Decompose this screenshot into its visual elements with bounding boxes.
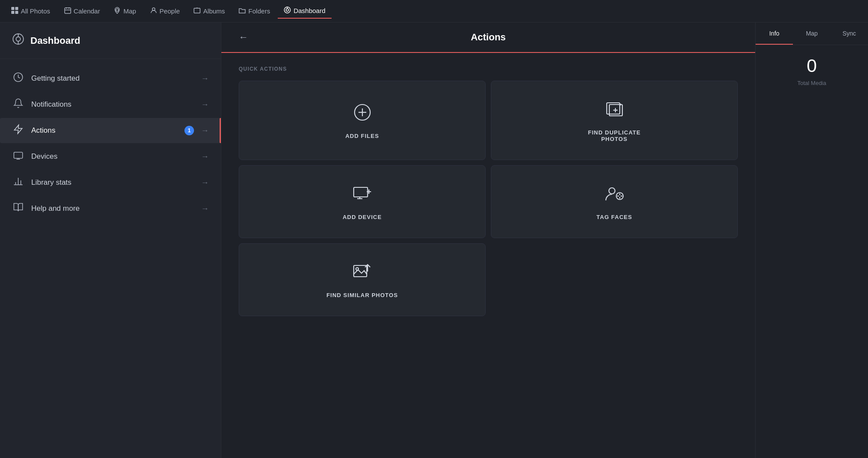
content-title: Actions xyxy=(257,32,720,43)
content-area: ← Actions QUICK ACTIONS ADD FILES xyxy=(221,23,755,458)
sidebar-library-stats-label: Library stats xyxy=(31,178,194,187)
svg-point-15 xyxy=(16,37,20,41)
svg-rect-1 xyxy=(15,7,18,10)
tab-map[interactable]: Map xyxy=(793,23,830,45)
svg-rect-4 xyxy=(65,8,71,13)
total-count: 0 xyxy=(807,56,817,76)
map-icon xyxy=(114,7,121,16)
getting-started-arrow: → xyxy=(201,74,209,83)
dashboard-nav-icon xyxy=(284,7,291,15)
sidebar-item-library-stats[interactable]: Library stats → xyxy=(0,170,221,195)
tab-sync[interactable]: Sync xyxy=(831,23,868,45)
help-arrow: → xyxy=(201,204,209,213)
notifications-icon xyxy=(12,98,24,111)
tab-map-label: Map xyxy=(806,30,818,37)
svg-point-8 xyxy=(116,9,118,11)
svg-rect-10 xyxy=(194,8,200,13)
folders-icon xyxy=(239,7,246,16)
dashboard-icon xyxy=(12,33,24,48)
add-device-label: ADD DEVICE xyxy=(342,214,381,220)
right-panel: Info Map Sync 0 Total Media xyxy=(755,23,868,458)
svg-rect-36 xyxy=(354,187,368,197)
quick-actions-section: QUICK ACTIONS ADD FILES xyxy=(221,53,755,458)
tab-info-label: Info xyxy=(769,30,779,37)
nav-calendar-label: Calendar xyxy=(74,7,100,15)
find-similar-label: FIND SIMILAR PHOTOS xyxy=(326,292,398,298)
library-stats-icon xyxy=(12,176,24,189)
svg-marker-19 xyxy=(14,125,22,134)
tag-faces-label: TAG FACES xyxy=(596,214,632,220)
all-photos-icon xyxy=(11,7,18,16)
svg-rect-0 xyxy=(11,7,14,10)
sidebar-header: Dashboard xyxy=(0,23,221,59)
actions-arrow: → xyxy=(201,126,209,135)
people-icon xyxy=(150,7,157,16)
svg-point-12 xyxy=(286,9,289,11)
nav-calendar[interactable]: Calendar xyxy=(58,4,106,18)
add-files-label: ADD FILES xyxy=(345,133,379,139)
nav-map[interactable]: Map xyxy=(108,4,142,18)
nav-people-label: People xyxy=(160,7,180,15)
right-panel-tabs: Info Map Sync xyxy=(756,23,868,45)
sidebar-item-devices[interactable]: Devices → xyxy=(0,144,221,169)
sidebar-nav: Getting started → Notifications → Action… xyxy=(0,59,221,228)
content-header: ← Actions xyxy=(221,23,755,53)
sidebar-item-getting-started[interactable]: Getting started → xyxy=(0,66,221,91)
devices-icon xyxy=(12,150,24,163)
svg-rect-2 xyxy=(11,11,14,14)
back-button[interactable]: ← xyxy=(239,33,248,42)
sidebar-item-help[interactable]: Help and more → xyxy=(0,196,221,221)
nav-dashboard[interactable]: Dashboard xyxy=(278,4,331,19)
right-panel-content: 0 Total Media xyxy=(756,45,868,97)
sidebar-item-actions[interactable]: Actions 1 → xyxy=(0,118,221,143)
svg-rect-3 xyxy=(15,11,18,14)
add-device-icon xyxy=(352,183,373,207)
nav-people[interactable]: People xyxy=(144,4,186,18)
action-find-similar[interactable]: FIND SIMILAR PHOTOS xyxy=(239,243,486,316)
find-duplicate-icon xyxy=(604,98,625,122)
nav-dashboard-label: Dashboard xyxy=(293,7,325,14)
svg-rect-20 xyxy=(14,152,23,158)
getting-started-icon xyxy=(12,72,24,85)
sidebar-actions-label: Actions xyxy=(31,126,178,135)
nav-map-label: Map xyxy=(123,7,136,15)
sidebar-getting-started-label: Getting started xyxy=(31,74,194,83)
svg-point-48 xyxy=(356,268,358,270)
sidebar-title: Dashboard xyxy=(30,35,80,46)
tab-sync-label: Sync xyxy=(842,30,856,37)
top-nav: All Photos Calendar Map People Albums Fo… xyxy=(0,0,868,23)
nav-folders-label: Folders xyxy=(248,7,270,15)
find-similar-icon xyxy=(352,261,373,285)
nav-albums[interactable]: Albums xyxy=(187,4,231,18)
albums-icon xyxy=(194,7,201,16)
devices-arrow: → xyxy=(201,152,209,161)
action-add-device[interactable]: ADD DEVICE xyxy=(239,165,486,238)
quick-actions-grid: ADD FILES FIND DUPLICATE xyxy=(239,81,738,316)
nav-albums-label: Albums xyxy=(203,7,225,15)
sidebar-help-label: Help and more xyxy=(31,204,194,213)
notifications-arrow: → xyxy=(201,100,209,109)
total-label: Total Media xyxy=(797,80,826,86)
svg-point-9 xyxy=(152,8,155,10)
help-icon xyxy=(12,202,24,215)
actions-badge: 1 xyxy=(184,126,194,135)
calendar-icon xyxy=(64,7,71,16)
action-add-files[interactable]: ADD FILES xyxy=(239,81,486,160)
action-tag-faces[interactable]: TAG FACES xyxy=(491,165,738,238)
svg-point-41 xyxy=(609,188,615,194)
library-stats-arrow: → xyxy=(201,178,209,187)
add-files-icon xyxy=(352,102,373,126)
sidebar-notifications-label: Notifications xyxy=(31,100,194,109)
nav-all-photos[interactable]: All Photos xyxy=(5,4,56,18)
tab-info[interactable]: Info xyxy=(756,23,793,45)
main-layout: Dashboard Getting started → Notification… xyxy=(0,23,868,458)
tag-faces-icon xyxy=(604,183,625,207)
nav-folders[interactable]: Folders xyxy=(233,4,276,18)
sidebar: Dashboard Getting started → Notification… xyxy=(0,23,221,458)
find-duplicate-label: FIND DUPLICATEPHOTOS xyxy=(588,129,641,142)
quick-actions-label: QUICK ACTIONS xyxy=(239,66,738,72)
sidebar-item-notifications[interactable]: Notifications → xyxy=(0,92,221,117)
action-find-duplicate[interactable]: FIND DUPLICATEPHOTOS xyxy=(491,81,738,160)
actions-icon xyxy=(12,124,24,137)
nav-all-photos-label: All Photos xyxy=(21,7,50,15)
